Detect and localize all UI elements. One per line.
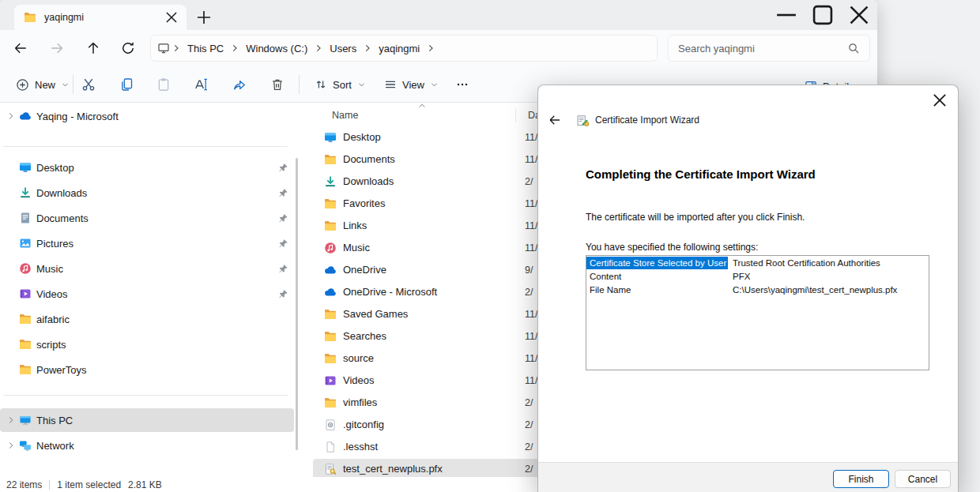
- sort-button-label: Sort: [333, 79, 352, 91]
- sidebar-item-powertoys[interactable]: PowerToys: [0, 359, 294, 381]
- new-button[interactable]: New: [9, 73, 76, 96]
- sidebar-item-label: Music: [36, 263, 63, 275]
- dialog-close-button[interactable]: [929, 90, 950, 111]
- finish-button[interactable]: Finish: [833, 470, 889, 488]
- settings-row[interactable]: Certificate Store Selected by User Trust…: [586, 256, 929, 269]
- setting-key: Certificate Store Selected by User: [586, 257, 728, 269]
- back-button[interactable]: [13, 40, 28, 56]
- certificate-import-wizard-dialog: Certificate Import Wizard Completing the…: [537, 85, 959, 492]
- expander-chevron-icon[interactable]: [6, 111, 16, 121]
- sidebar-item-aifabric[interactable]: aifabric: [0, 308, 294, 330]
- pin-icon: [278, 238, 288, 249]
- download-icon: [324, 175, 337, 188]
- wizard-intro-text: The certificate will be imported after y…: [586, 212, 805, 223]
- new-tab-button[interactable]: [194, 8, 213, 27]
- column-separator[interactable]: [515, 108, 516, 122]
- sidebar-item-downloads[interactable]: Downloads: [0, 182, 294, 204]
- paste-button[interactable]: [149, 72, 179, 97]
- sidebar-item-music[interactable]: Music: [0, 257, 294, 280]
- file-date-modified: 11/: [525, 220, 537, 231]
- folder-icon: [19, 363, 32, 376]
- sidebar-item-label: Network: [36, 440, 74, 452]
- share-button[interactable]: [224, 72, 254, 97]
- certificate-wizard-icon: [576, 114, 590, 127]
- sort-button[interactable]: Sort: [308, 73, 372, 96]
- search-box[interactable]: Search yaqingmi: [668, 35, 870, 62]
- up-button[interactable]: [85, 40, 101, 56]
- minimize-button[interactable]: [768, 0, 805, 30]
- settings-label: You have specified the following setting…: [586, 242, 758, 253]
- sidebar-item-desktop[interactable]: Desktop: [0, 156, 294, 178]
- folder-icon: [19, 338, 32, 351]
- cut-button[interactable]: [74, 72, 104, 97]
- file-date-modified: 9/: [525, 265, 533, 276]
- sidebar-item-videos[interactable]: Videos: [0, 283, 294, 305]
- desktop-icon: [19, 161, 32, 174]
- search-placeholder: Search yaqingmi: [678, 43, 847, 54]
- more-options-button[interactable]: [447, 72, 477, 97]
- sidebar-scrollbar[interactable]: [296, 158, 298, 450]
- settings-table[interactable]: Certificate Store Selected by User Trust…: [586, 255, 929, 370]
- tab-close-icon[interactable]: [163, 9, 180, 26]
- name-column-header[interactable]: Name: [332, 110, 358, 121]
- cancel-button[interactable]: Cancel: [895, 470, 951, 488]
- refresh-button[interactable]: [120, 40, 136, 56]
- file-date-modified: 11/: [525, 198, 537, 209]
- cloud-icon: [324, 264, 337, 276]
- selection-count: 1 item selected: [57, 479, 121, 490]
- sidebar-item-this-pc[interactable]: This PC: [0, 408, 294, 432]
- explorer-tab[interactable]: yaqingmi: [14, 5, 187, 30]
- gear-doc-icon: [324, 419, 337, 431]
- delete-button[interactable]: [262, 72, 292, 97]
- copy-button[interactable]: [111, 72, 141, 97]
- pictures-icon: [19, 237, 32, 250]
- wizard-back-button[interactable]: [548, 113, 562, 127]
- cloud-icon: [19, 110, 32, 122]
- sidebar-item-pictures[interactable]: Pictures: [0, 232, 294, 254]
- folder-icon: [324, 352, 337, 365]
- wizard-footer: Finish Cancel: [538, 462, 958, 492]
- file-date-modified: 11/: [525, 331, 537, 342]
- folder-icon: [324, 220, 337, 232]
- settings-row[interactable]: File Name C:\Users\yaqingmi\test_cert_ne…: [586, 283, 929, 296]
- status-divider: [49, 480, 50, 490]
- file-name: Videos: [343, 374, 375, 386]
- videos-icon: [324, 374, 337, 387]
- file-name: Desktop: [343, 131, 381, 143]
- file-name: Downloads: [343, 175, 394, 187]
- breadcrumb-item[interactable]: Windows (C:): [241, 41, 312, 56]
- breadcrumb-chevron-icon: [425, 43, 436, 54]
- close-button[interactable]: [841, 0, 877, 30]
- file-name: Links: [343, 220, 367, 231]
- view-icon: [384, 78, 397, 91]
- desktop-icon: [324, 131, 337, 144]
- settings-row[interactable]: Content PFX: [586, 269, 929, 283]
- forward-button[interactable]: [49, 40, 65, 56]
- sidebar-item-documents[interactable]: Documents: [0, 207, 294, 229]
- breadcrumb-item[interactable]: This PC: [183, 41, 228, 56]
- network-icon: [19, 439, 32, 452]
- address-bar[interactable]: This PCWindows (C:)Usersyaqingmi: [150, 35, 658, 62]
- view-button[interactable]: View: [378, 73, 445, 96]
- file-name: Saved Games: [343, 308, 408, 320]
- sidebar-item-label: aifabric: [36, 314, 70, 325]
- toolbar-separator: [299, 75, 300, 94]
- search-icon: [847, 42, 860, 54]
- maximize-button[interactable]: [805, 0, 841, 30]
- file-name: Music: [343, 242, 370, 254]
- folder-icon: [324, 330, 337, 343]
- copy-icon: [119, 77, 134, 92]
- sidebar-item-network[interactable]: Network: [0, 434, 294, 457]
- sort-icon: [315, 78, 327, 91]
- sidebar-item-scripts[interactable]: scripts: [0, 333, 294, 355]
- file-name: OneDrive - Microsoft: [343, 286, 437, 298]
- this-pc-icon: [19, 414, 32, 426]
- sidebar-divider: [3, 146, 288, 147]
- file-date-modified: 2/: [525, 464, 533, 475]
- rename-button[interactable]: [187, 72, 217, 97]
- expander-chevron-icon[interactable]: [6, 415, 16, 425]
- breadcrumb-item[interactable]: yaqingmi: [374, 41, 424, 56]
- expander-chevron-icon[interactable]: [6, 441, 16, 450]
- breadcrumb-item[interactable]: Users: [325, 41, 361, 56]
- sidebar-item-yaqing-microsoft[interactable]: Yaqing - Microsoft: [0, 104, 294, 128]
